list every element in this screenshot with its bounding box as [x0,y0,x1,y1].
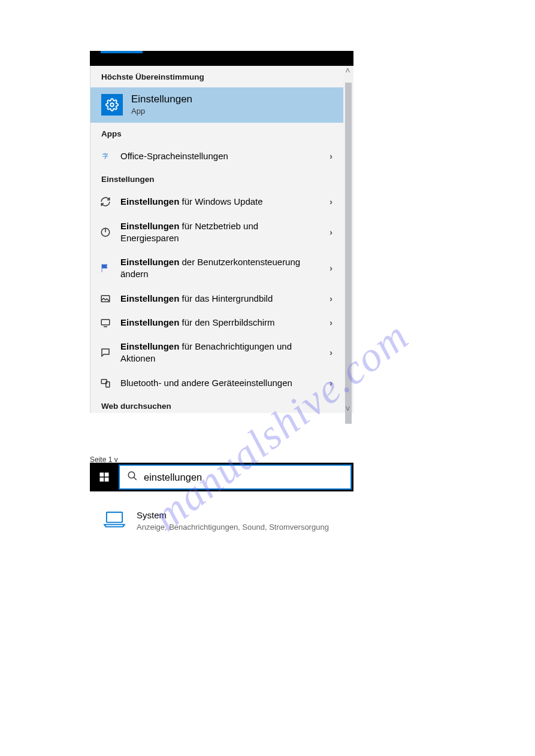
chevron-right-icon: › [330,293,333,305]
svg-rect-11 [105,478,109,482]
scroll-down-icon[interactable]: ᐯ [346,405,350,412]
chevron-right-icon: › [330,150,333,162]
monitor-icon [99,317,112,328]
settings-app-icon [101,94,123,116]
chevron-right-icon: › [330,262,333,274]
result-label: Einstellungen für Benachrichtigungen und… [120,341,321,365]
search-results-panel: ᐱ ᐯ Höchste Übereinstimmung Einstellunge… [90,66,353,413]
chevron-right-icon: › [330,377,333,389]
scroll-up-icon[interactable]: ᐱ [346,67,350,74]
search-input[interactable] [144,472,343,483]
svg-rect-8 [100,473,104,477]
search-icon [127,470,138,484]
svg-rect-4 [101,320,110,325]
result-lockscreen[interactable]: Einstellungen für den Sperrbildschirm › [90,311,343,335]
windows-logo-icon [99,472,110,482]
best-match-subtitle: App [131,107,192,116]
taskbar [90,463,353,491]
results-content: Höchste Übereinstimmung Einstellungen Ap… [90,66,343,413]
result-label: Bluetooth- und andere Geräteeinstellunge… [120,377,321,389]
chevron-right-icon: › [330,317,333,329]
laptop-icon [103,510,126,530]
system-settings-tile[interactable]: System Anzeige, Benachrichtigungen, Soun… [103,510,329,533]
power-icon [99,227,112,238]
web-header: Web durchsuchen [90,395,343,413]
result-background[interactable]: Einstellungen für das Hintergrundbild › [90,287,343,311]
best-match-title: Einstellungen [131,93,192,105]
flag-icon [99,263,112,274]
scroll-thumb[interactable] [345,83,352,424]
result-bluetooth[interactable]: Bluetooth- und andere Geräteeinstellunge… [90,371,343,395]
result-notifications[interactable]: Einstellungen für Benachrichtigungen und… [90,335,343,371]
result-windows-update[interactable]: Einstellungen für Windows Update › [90,190,343,214]
system-tile-desc: Anzeige, Benachrichtigungen, Sound, Stro… [137,522,329,533]
result-uac[interactable]: Einstellungen der Benutzerkontensteuerun… [90,250,343,287]
svg-rect-10 [100,478,104,482]
language-icon: 字 [99,152,112,160]
svg-point-0 [110,103,114,107]
chevron-right-icon: › [330,196,333,208]
apps-header: Apps [90,123,343,144]
start-button[interactable] [90,463,119,491]
comment-icon [99,347,112,358]
svg-rect-14 [107,512,122,523]
system-tile-title: System [137,510,329,520]
result-label: Einstellungen für Windows Update [120,196,321,208]
svg-line-13 [134,477,137,480]
svg-rect-9 [105,473,109,477]
result-label: Einstellungen für das Hintergrundbild [120,293,321,305]
image-icon [99,293,112,304]
settings-header: Einstellungen [90,168,343,190]
result-label: Einstellungen der Benutzerkontensteuerun… [120,256,321,281]
search-panel-container: ᐱ ᐯ Höchste Übereinstimmung Einstellunge… [90,51,353,413]
chevron-right-icon: › [330,226,333,238]
window-titlebar [90,51,353,66]
scrollbar[interactable]: ᐱ ᐯ [343,66,353,413]
result-office-language[interactable]: 字 Office-Spracheinstellungen › [90,144,343,168]
result-label: Office-Spracheinstellungen [120,150,321,162]
accent-line [101,51,143,53]
devices-icon [99,378,112,388]
taskbar-search-box[interactable] [119,464,352,490]
result-label: Einstellungen für Netzbetrieb und Energi… [120,220,321,245]
chevron-right-icon: › [330,347,333,359]
result-label: Einstellungen für den Sperrbildschirm [120,317,321,329]
sync-icon [99,196,112,207]
svg-point-12 [128,472,135,478]
best-match-header: Höchste Übereinstimmung [90,66,343,87]
best-match-result[interactable]: Einstellungen App [90,87,343,123]
result-power[interactable]: Einstellungen für Netzbetrieb und Energi… [90,214,343,251]
